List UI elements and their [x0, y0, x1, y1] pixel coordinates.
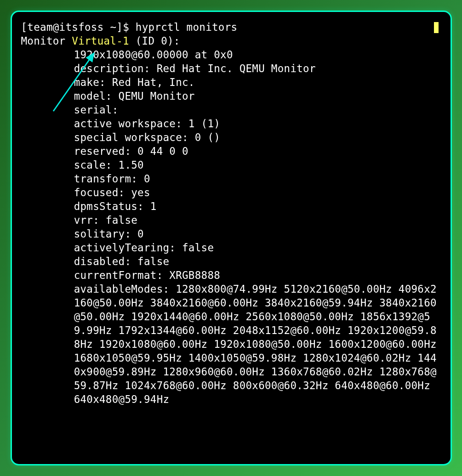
- line-resolution: 1920x1080@60.00000 at 0x0: [74, 49, 233, 61]
- line-focused: focused: yes: [74, 187, 150, 198]
- prompt-symbol: $: [123, 21, 129, 33]
- line-disabled: disabled: false: [74, 255, 170, 267]
- monitor-prefix: Monitor: [21, 35, 72, 47]
- line-description: description: Red Hat Inc. QEMU Monitor: [74, 62, 316, 74]
- prompt-open-bracket: [: [21, 21, 28, 33]
- terminal-output: [team@itsfoss ~]$ hyprctl monitors Monit…: [21, 20, 441, 406]
- line-vrr: vrr: false: [74, 214, 137, 226]
- prompt-at: @: [53, 21, 59, 33]
- line-transform: transform: 0: [74, 173, 150, 185]
- line-serial: serial:: [74, 104, 119, 116]
- line-active-workspace: active workspace: 1 (1): [74, 118, 220, 130]
- prompt-close-bracket: ]: [116, 21, 123, 33]
- prompt-command: hyprctl monitors: [136, 21, 238, 33]
- line-available-modes: availableModes: 1280x800@74.99Hz 5120x21…: [74, 283, 443, 405]
- prompt-dir: ~: [110, 21, 116, 33]
- line-dpms: dpmsStatus: 1: [74, 200, 157, 212]
- monitor-name: Virtual-1: [72, 35, 129, 47]
- text-cursor: [434, 22, 439, 33]
- line-solitary: solitary: 0: [74, 228, 144, 240]
- prompt-user: team: [27, 21, 52, 33]
- monitor-details: 1920x1080@60.00000 at 0x0 description: R…: [21, 48, 441, 406]
- monitor-id: (ID 0):: [129, 35, 180, 47]
- line-current-format: currentFormat: XRGB8888: [74, 269, 220, 281]
- line-make: make: Red Hat, Inc.: [74, 76, 195, 88]
- prompt-host: itsfoss: [59, 21, 104, 33]
- line-model: model: QEMU Monitor: [74, 90, 195, 102]
- line-tearing: activelyTearing: false: [74, 242, 214, 254]
- terminal-window[interactable]: [team@itsfoss ~]$ hyprctl monitors Monit…: [11, 11, 452, 465]
- line-special-workspace: special workspace: 0 (): [74, 131, 220, 143]
- line-reserved: reserved: 0 44 0 0: [74, 145, 188, 157]
- line-scale: scale: 1.50: [74, 159, 144, 171]
